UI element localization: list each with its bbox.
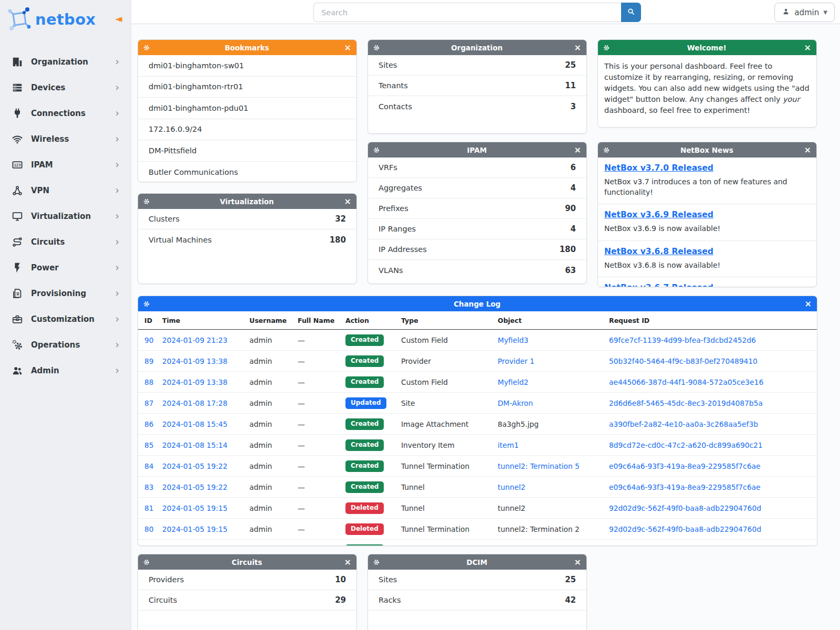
sidebar-item-ipam[interactable]: 123 IPAM › xyxy=(0,152,131,177)
stat-label[interactable]: Tenants xyxy=(379,81,408,90)
close-icon[interactable]: × xyxy=(574,44,582,52)
changelog-object-link[interactable]: tunnel2: Termination 5 xyxy=(498,462,580,470)
user-menu-button[interactable]: admin ▼ xyxy=(774,3,835,22)
changelog-request-id-link[interactable]: 92d02d9c-562f-49f0-baa8-adb22904760d xyxy=(609,504,761,512)
sidebar-item-operations[interactable]: Operations › xyxy=(0,332,131,358)
stat-label[interactable]: Racks xyxy=(379,596,401,604)
stat-label[interactable]: VLANs xyxy=(379,266,403,275)
gear-icon[interactable] xyxy=(143,44,150,51)
changelog-id-link[interactable]: 85 xyxy=(144,441,154,449)
stat-label[interactable]: IP Addresses xyxy=(379,245,427,254)
stat-label[interactable]: Virtual Machines xyxy=(149,236,212,244)
stat-label[interactable]: Sites xyxy=(379,575,397,584)
sidebar-item-customization[interactable]: Customization › xyxy=(0,306,131,332)
news-link[interactable]: NetBox v3.6.7 Released xyxy=(604,283,713,287)
close-icon[interactable]: × xyxy=(344,558,352,566)
changelog-request-id-link[interactable]: a390fbef-2a82-4e10-aa0a-3c268aa5ef3b xyxy=(609,420,758,428)
changelog-request-id-link[interactable]: e09c64a6-93f3-419a-8ea9-229585f7c6ae xyxy=(609,483,760,491)
changelog-object-link[interactable]: tunnel1: Termination 3 xyxy=(498,546,580,547)
changelog-time-link[interactable]: 2024-01-05 19:22 xyxy=(162,483,227,491)
changelog-object-link[interactable]: Myfield3 xyxy=(498,336,529,344)
netbox-logo[interactable]: netbox xyxy=(0,0,131,36)
changelog-time-link[interactable]: 2024-01-09 13:38 xyxy=(162,357,227,365)
bookmark-item[interactable]: dmi01-binghamton-sw01 xyxy=(138,55,356,77)
bookmark-item[interactable]: DM-Pittsfield xyxy=(138,140,356,162)
news-link[interactable]: NetBox v3.6.8 Released xyxy=(604,247,713,256)
changelog-id-link[interactable]: 80 xyxy=(144,525,154,533)
changelog-id-link[interactable]: 88 xyxy=(144,378,154,386)
changelog-time-link[interactable]: 2024-01-09 21:23 xyxy=(162,336,227,344)
close-icon[interactable]: × xyxy=(804,300,812,308)
news-link[interactable]: NetBox v3.7.0 Released xyxy=(604,163,713,173)
sidebar-item-organization[interactable]: Organization › xyxy=(0,49,131,75)
bookmark-item[interactable]: dmi01-binghamton-rtr01 xyxy=(138,77,356,98)
changelog-request-id-link[interactable]: f038e755-705e-47f3-9433-5392b9e6b9e5 xyxy=(609,546,762,547)
changelog-time-link[interactable]: 2024-01-08 17:28 xyxy=(162,399,227,407)
changelog-time-link[interactable]: 2024-01-05 19:15 xyxy=(162,504,227,512)
changelog-id-link[interactable]: 81 xyxy=(144,504,154,512)
stat-label[interactable]: Clusters xyxy=(149,215,180,223)
changelog-time-link[interactable]: 2024-01-05 19:14 xyxy=(162,546,227,547)
sidebar-item-devices[interactable]: Devices › xyxy=(0,75,131,100)
stat-label[interactable]: Aggregates xyxy=(379,184,422,192)
bookmark-item[interactable]: Butler Communications xyxy=(138,162,356,183)
stat-label[interactable]: VRFs xyxy=(379,163,397,172)
sidebar-item-connections[interactable]: Connections › xyxy=(0,100,131,126)
gear-icon[interactable] xyxy=(373,44,380,51)
sidebar-item-vpn[interactable]: VPN › xyxy=(0,177,131,203)
changelog-request-id-link[interactable]: ae445066-387d-44f1-9084-572a05ce3e16 xyxy=(609,378,763,386)
sidebar-item-circuits[interactable]: Circuits › xyxy=(0,229,131,255)
changelog-request-id-link[interactable]: 8d9cd72e-cd0c-47c2-a620-dc899a690c21 xyxy=(609,441,763,449)
changelog-id-link[interactable]: 86 xyxy=(144,420,154,428)
close-icon[interactable]: × xyxy=(804,44,812,52)
bookmark-item[interactable]: dmi01-binghamton-pdu01 xyxy=(138,98,356,119)
pin-icon[interactable] xyxy=(114,15,123,24)
sidebar-item-admin[interactable]: Admin › xyxy=(0,358,131,383)
changelog-request-id-link[interactable]: 92d02d9c-562f-49f0-baa8-adb22904760d xyxy=(609,525,761,533)
gear-icon[interactable] xyxy=(143,300,150,308)
changelog-time-link[interactable]: 2024-01-08 15:45 xyxy=(162,420,227,428)
search-input[interactable] xyxy=(313,3,621,22)
close-icon[interactable]: × xyxy=(574,146,582,154)
changelog-time-link[interactable]: 2024-01-09 13:38 xyxy=(162,378,227,386)
close-icon[interactable]: × xyxy=(344,197,352,206)
close-icon[interactable]: × xyxy=(344,44,352,52)
search-button[interactable] xyxy=(621,3,641,22)
sidebar-item-power[interactable]: Power › xyxy=(0,255,131,280)
sidebar-item-virtualization[interactable]: Virtualization › xyxy=(0,203,131,229)
changelog-id-link[interactable]: 84 xyxy=(144,462,154,470)
changelog-id-link[interactable]: 87 xyxy=(144,399,154,407)
bookmark-item[interactable]: 172.16.0.9/24 xyxy=(138,119,356,141)
stat-label[interactable]: Prefixes xyxy=(379,204,408,213)
changelog-id-link[interactable]: 90 xyxy=(144,336,154,344)
changelog-id-link[interactable]: 83 xyxy=(144,483,154,491)
changelog-request-id-link[interactable]: e09c64a6-93f3-419a-8ea9-229585f7c6ae xyxy=(609,462,760,470)
changelog-object-link[interactable]: item1 xyxy=(498,441,519,449)
gear-icon[interactable] xyxy=(603,146,610,154)
close-icon[interactable]: × xyxy=(574,558,582,566)
changelog-object-link[interactable]: Provider 1 xyxy=(498,357,534,365)
sidebar-item-wireless[interactable]: Wireless › xyxy=(0,126,131,152)
changelog-time-link[interactable]: 2024-01-05 19:22 xyxy=(162,462,227,470)
stat-label[interactable]: Providers xyxy=(149,575,184,584)
changelog-request-id-link[interactable]: 69fce7cf-1139-4d99-bfea-f3dcbd2452d6 xyxy=(609,336,756,344)
gear-icon[interactable] xyxy=(373,559,380,566)
stat-label[interactable]: IP Ranges xyxy=(379,225,416,233)
stat-label[interactable]: Circuits xyxy=(149,596,177,604)
changelog-id-link[interactable]: 89 xyxy=(144,357,154,365)
changelog-id-link[interactable]: 79 xyxy=(144,546,154,547)
stat-label[interactable]: Contacts xyxy=(379,102,412,111)
gear-icon[interactable] xyxy=(373,146,380,154)
gear-icon[interactable] xyxy=(143,559,150,566)
close-icon[interactable]: × xyxy=(804,146,812,154)
changelog-request-id-link[interactable]: 2d6d6e8f-5465-45dc-8ec3-2019d4087b5a xyxy=(609,399,763,407)
sidebar-item-provisioning[interactable]: Provisioning › xyxy=(0,280,131,306)
changelog-time-link[interactable]: 2024-01-05 19:15 xyxy=(162,525,227,533)
changelog-object-link[interactable]: DM-Akron xyxy=(498,399,533,407)
changelog-time-link[interactable]: 2024-01-08 15:14 xyxy=(162,441,227,449)
gear-icon[interactable] xyxy=(603,44,610,51)
news-link[interactable]: NetBox v3.6.9 Released xyxy=(604,210,713,219)
changelog-request-id-link[interactable]: 50b32f40-5464-4f9c-b83f-0ef270489410 xyxy=(609,357,758,365)
stat-label[interactable]: Sites xyxy=(379,61,397,69)
changelog-object-link[interactable]: tunnel2 xyxy=(498,483,526,491)
